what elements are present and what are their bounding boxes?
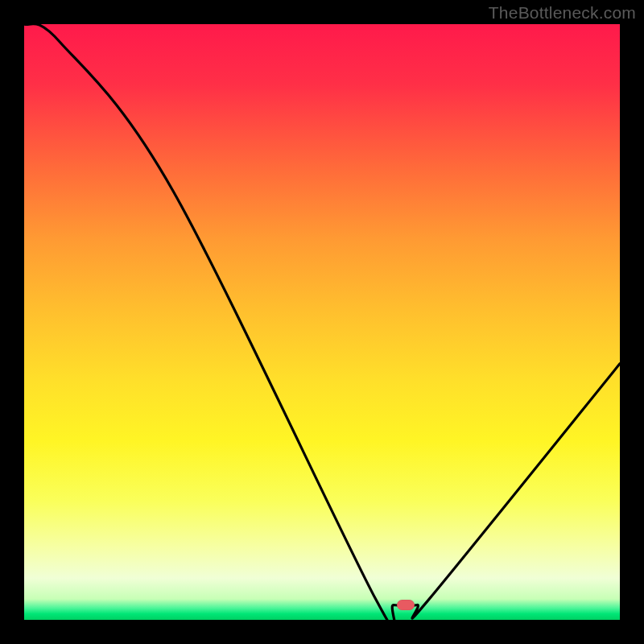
curve-layer: [24, 24, 620, 620]
optimal-marker: [397, 600, 415, 610]
bottleneck-curve-path: [24, 24, 620, 620]
chart-stage: TheBottleneck.com: [0, 0, 644, 644]
watermark-text: TheBottleneck.com: [489, 3, 636, 23]
plot-area: [24, 24, 620, 620]
